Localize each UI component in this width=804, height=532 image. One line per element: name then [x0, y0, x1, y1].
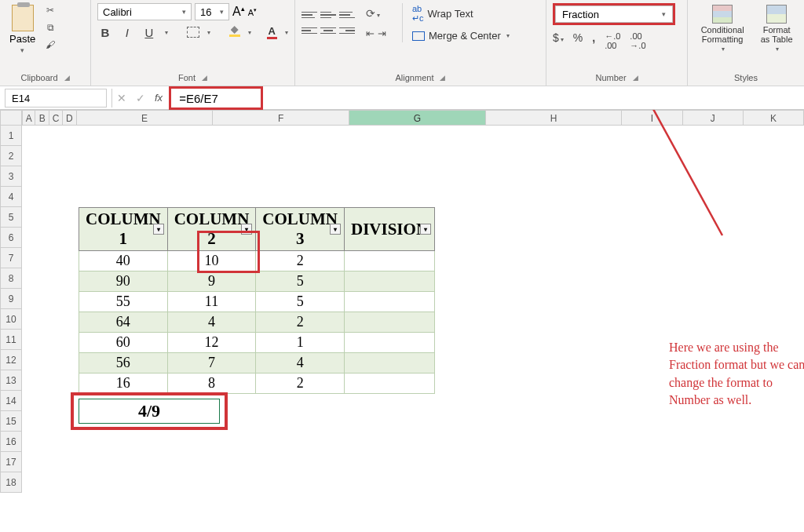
table-cell[interactable]: 90 — [79, 271, 168, 292]
align-bottom-button[interactable] — [339, 9, 355, 21]
row-header-16[interactable]: 16 — [0, 432, 22, 452]
bold-button[interactable]: B — [97, 26, 113, 39]
col-header-D[interactable]: D — [63, 110, 76, 126]
row-header-2[interactable]: 2 — [0, 146, 22, 166]
format-painter-button[interactable]: 🖌 — [43, 39, 57, 52]
table-cell[interactable]: 56 — [79, 353, 168, 373]
name-box[interactable]: E14 — [5, 89, 107, 107]
accounting-format-button[interactable]: $▾ — [553, 31, 564, 50]
col-header-I[interactable]: I — [622, 110, 682, 126]
select-all-corner[interactable] — [0, 110, 22, 126]
table-cell[interactable] — [345, 271, 435, 292]
table-cell[interactable]: 8 — [167, 373, 256, 394]
comma-format-button[interactable]: , — [592, 31, 595, 50]
percent-format-button[interactable]: % — [573, 31, 583, 50]
table-cell[interactable] — [345, 353, 435, 373]
table-cell[interactable]: 16 — [79, 373, 168, 394]
table-cell[interactable] — [345, 333, 435, 353]
enter-formula-button[interactable]: ✓ — [131, 92, 150, 104]
decrease-indent-button[interactable]: ⇤ — [366, 27, 375, 39]
clipboard-dialog-launcher[interactable]: ◢ — [64, 74, 70, 82]
copy-button[interactable]: ⧉ — [43, 22, 57, 35]
filter-icon[interactable]: ▾ — [420, 224, 431, 235]
increase-decimal-button[interactable]: ←.0.00 — [605, 31, 620, 50]
table-cell[interactable]: 2 — [256, 251, 345, 271]
fill-color-button[interactable] — [229, 27, 240, 37]
table-cell[interactable]: 64 — [79, 312, 168, 333]
row-header-1[interactable]: 1 — [0, 126, 22, 146]
filter-icon[interactable]: ▾ — [330, 224, 341, 235]
row-header-7[interactable]: 7 — [0, 248, 22, 268]
row-header-4[interactable]: 4 — [0, 187, 22, 207]
increase-indent-button[interactable]: ⇥ — [378, 27, 386, 39]
table-header-col3[interactable]: COLUMN 3▾ — [256, 208, 345, 251]
col-header-J[interactable]: J — [683, 110, 744, 126]
table-header-col2[interactable]: COLUMN 2▾ — [167, 208, 256, 251]
row-header-6[interactable]: 6 — [0, 228, 22, 248]
table-cell[interactable]: 2 — [256, 312, 345, 333]
table-cell[interactable]: 40 — [79, 251, 168, 271]
align-top-button[interactable] — [302, 9, 317, 21]
table-cell[interactable]: 55 — [79, 292, 168, 312]
table-cell[interactable]: 5 — [256, 271, 345, 292]
row-header-14[interactable]: 14 — [0, 391, 22, 411]
col-header-F[interactable]: F — [213, 110, 349, 126]
table-header-division[interactable]: DIVISION▾ — [345, 208, 435, 251]
table-cell[interactable]: 12 — [167, 333, 256, 353]
col-header-E[interactable]: E — [77, 110, 214, 126]
fx-button[interactable]: fx — [150, 92, 167, 104]
alignment-dialog-launcher[interactable]: ◢ — [440, 74, 445, 82]
row-header-11[interactable]: 11 — [0, 330, 22, 350]
table-cell[interactable] — [345, 312, 435, 333]
col-header-K[interactable]: K — [744, 110, 804, 126]
cancel-formula-button[interactable]: ✕ — [112, 92, 131, 104]
merge-center-button[interactable]: Merge & Center▾ — [412, 30, 510, 42]
align-middle-button[interactable] — [320, 9, 336, 21]
table-cell[interactable]: 9 — [167, 271, 256, 292]
row-header-13[interactable]: 13 — [0, 370, 22, 391]
format-as-table-button[interactable]: Format as Table▾ — [755, 3, 798, 54]
col-header-C[interactable]: C — [49, 110, 63, 126]
table-cell[interactable]: 60 — [79, 333, 168, 353]
filter-icon[interactable]: ▾ — [153, 224, 164, 235]
table-cell[interactable]: 7 — [167, 353, 256, 373]
increase-font-button[interactable]: A▴ — [232, 5, 245, 19]
table-cell[interactable] — [345, 373, 435, 394]
number-format-dropdown[interactable]: Fraction▾ — [555, 5, 673, 23]
col-header-B[interactable]: B — [35, 110, 49, 126]
align-left-button[interactable] — [302, 24, 317, 37]
align-center-button[interactable] — [320, 24, 336, 37]
row-header-17[interactable]: 17 — [0, 452, 22, 472]
conditional-formatting-button[interactable]: Conditional Formatting▾ — [694, 3, 751, 54]
align-right-button[interactable] — [339, 24, 355, 37]
cut-button[interactable]: ✂ — [43, 5, 57, 17]
table-cell[interactable]: 2 — [256, 373, 345, 394]
col-header-A[interactable]: A — [22, 110, 35, 126]
table-cell[interactable]: 4 — [167, 312, 256, 333]
table-cell[interactable] — [345, 292, 435, 312]
italic-button[interactable]: I — [119, 26, 135, 39]
row-header-18[interactable]: 18 — [0, 472, 22, 493]
orientation-button[interactable]: ⟳▾ — [366, 7, 393, 20]
paste-button[interactable]: Paste ▾ — [6, 3, 38, 56]
formula-input[interactable]: =E6/E7 — [169, 86, 263, 110]
row-header-15[interactable]: 15 — [0, 411, 22, 432]
row-header-10[interactable]: 10 — [0, 309, 22, 330]
col-header-H[interactable]: H — [486, 110, 623, 126]
table-cell[interactable]: 5 — [256, 292, 345, 312]
font-size-dropdown[interactable]: 16▾ — [195, 3, 229, 20]
row-header-9[interactable]: 9 — [0, 289, 22, 309]
filter-icon[interactable]: ▾ — [241, 224, 252, 235]
row-header-3[interactable]: 3 — [0, 166, 22, 187]
wrap-text-button[interactable]: ab↵cWrap Text — [412, 4, 510, 24]
table-cell[interactable]: 1 — [256, 333, 345, 353]
number-dialog-launcher[interactable]: ◢ — [633, 74, 638, 82]
decrease-decimal-button[interactable]: .00→.0 — [630, 31, 645, 50]
table-cell[interactable] — [345, 251, 435, 271]
result-cell-E14[interactable]: 4/9 — [79, 399, 220, 424]
underline-button[interactable]: U — [141, 26, 157, 39]
table-cell[interactable]: 4 — [256, 353, 345, 373]
row-header-5[interactable]: 5 — [0, 207, 22, 228]
decrease-font-button[interactable]: A▾ — [248, 7, 257, 17]
font-color-button[interactable]: A — [267, 25, 277, 39]
